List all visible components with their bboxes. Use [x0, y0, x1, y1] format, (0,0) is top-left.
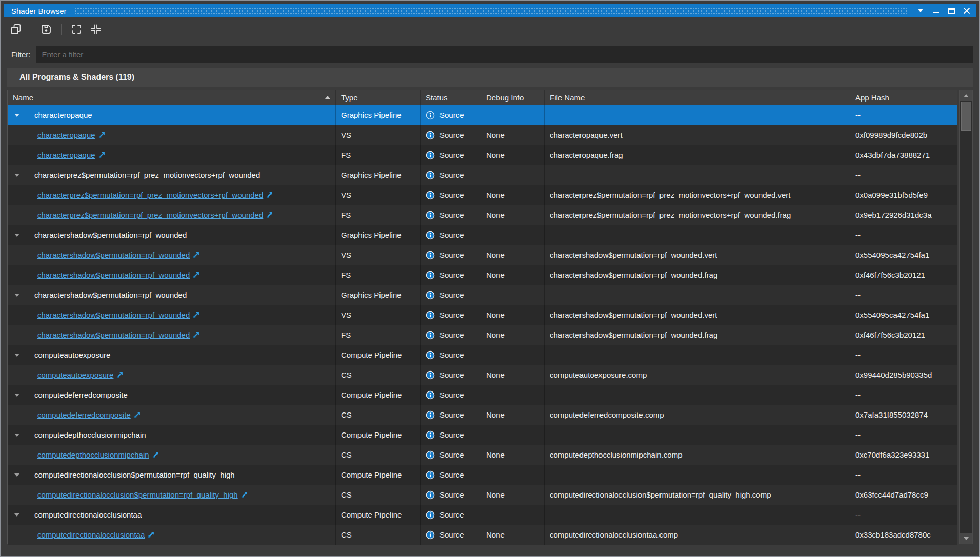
info-icon[interactable] [426, 211, 435, 220]
scroll-down-button[interactable] [960, 533, 972, 544]
external-link-icon[interactable] [152, 451, 159, 458]
table-row-shader[interactable]: characterprez$permutation=rpf_prez_motio… [8, 185, 957, 205]
table-row-shader[interactable]: computeautoexposure CS Source None compu… [8, 365, 957, 385]
filter-input[interactable] [36, 46, 973, 63]
external-link-icon[interactable] [193, 272, 199, 278]
info-icon[interactable] [426, 410, 435, 420]
scroll-up-button[interactable] [960, 90, 972, 101]
shader-link[interactable]: characteropaque [37, 131, 95, 139]
external-link-icon[interactable] [266, 212, 273, 218]
external-link-icon[interactable] [241, 491, 248, 498]
maximize-button[interactable] [946, 6, 956, 16]
info-icon[interactable] [426, 131, 435, 140]
column-header-debug-info[interactable]: Debug Info [481, 90, 545, 105]
table-row-shader[interactable]: computedirectionalocclusiontaa CS Source… [8, 525, 957, 545]
table-row-shader[interactable]: characteropaque FS Source None character… [8, 145, 957, 165]
table-row-shader[interactable]: charactershadow$permutation=rpf_wounded … [8, 325, 957, 345]
info-icon[interactable] [426, 430, 435, 440]
table-row-program[interactable]: computedirectionalocclusiontaa Compute P… [8, 505, 957, 525]
external-link-icon[interactable] [134, 411, 141, 418]
scrollbar-track[interactable] [960, 101, 972, 533]
close-button[interactable] [962, 6, 972, 16]
expander-toggle[interactable] [8, 165, 26, 185]
expander-toggle[interactable] [8, 225, 26, 245]
info-icon[interactable] [426, 271, 435, 280]
info-icon[interactable] [426, 390, 435, 400]
titlebar[interactable]: Shader Browser [4, 4, 976, 17]
shader-link[interactable]: charactershadow$permutation=rpf_wounded [37, 251, 190, 259]
external-link-icon[interactable] [116, 372, 123, 378]
expander-toggle[interactable] [8, 505, 26, 525]
shader-link[interactable]: characterprez$permutation=rpf_prez_motio… [37, 191, 263, 199]
external-link-icon[interactable] [98, 132, 105, 138]
external-link-icon[interactable] [148, 531, 154, 538]
info-icon[interactable] [426, 331, 435, 340]
window-menu-button[interactable] [915, 6, 926, 16]
external-link-icon[interactable] [266, 192, 273, 198]
shader-link[interactable]: characteropaque [37, 151, 95, 159]
table-row-shader[interactable]: charactershadow$permutation=rpf_wounded … [8, 265, 957, 285]
collapse-all-button[interactable] [88, 22, 104, 37]
info-icon[interactable] [426, 470, 435, 480]
table-row-program[interactable]: charactershadow$permutation=rpf_wounded … [8, 285, 957, 305]
column-header-name[interactable]: Name [8, 90, 336, 105]
info-icon[interactable] [426, 370, 435, 380]
column-header-status[interactable]: Status [421, 90, 481, 105]
shader-link[interactable]: computedirectionalocclusion$permutation=… [37, 490, 238, 499]
titlebar-drag-texture-icon[interactable] [74, 7, 908, 15]
shader-link[interactable]: charactershadow$permutation=rpf_wounded [37, 271, 190, 279]
table-row-shader[interactable]: computedepthocclusionmipchain CS Source … [8, 445, 957, 465]
expander-toggle[interactable] [8, 345, 26, 365]
info-icon[interactable] [426, 111, 435, 120]
vertical-scrollbar[interactable] [959, 90, 973, 544]
shader-link[interactable]: charactershadow$permutation=rpf_wounded [37, 331, 190, 339]
shader-link[interactable]: computedirectionalocclusiontaa [37, 530, 145, 539]
expand-all-button[interactable] [69, 22, 84, 37]
shader-link[interactable]: characterprez$permutation=rpf_prez_motio… [37, 211, 263, 219]
shader-link[interactable]: computedepthocclusionmipchain [37, 450, 149, 459]
info-icon[interactable] [426, 291, 435, 300]
table-row-program[interactable]: computedepthocclusionmipchain Compute Pi… [8, 425, 957, 445]
expander-toggle[interactable] [8, 425, 26, 445]
table-row-shader[interactable]: computedeferredcomposite CS Source None … [8, 405, 957, 425]
shader-link[interactable]: computeautoexposure [37, 370, 113, 379]
info-icon[interactable] [426, 450, 435, 460]
info-icon[interactable] [426, 530, 435, 540]
table-row-program[interactable]: computedeferredcomposite Compute Pipelin… [8, 385, 957, 405]
info-icon[interactable] [426, 350, 435, 360]
info-icon[interactable] [426, 151, 435, 160]
info-icon[interactable] [426, 191, 435, 200]
expander-toggle[interactable] [8, 285, 26, 305]
external-link-icon[interactable] [193, 312, 199, 318]
info-icon[interactable] [426, 510, 435, 520]
table-row-program[interactable]: characterprez$permutation=rpf_prez_motio… [8, 165, 957, 185]
external-link-icon[interactable] [193, 252, 199, 258]
minimize-button[interactable] [931, 6, 941, 16]
column-header-file-name[interactable]: File Name [545, 90, 850, 105]
shader-link[interactable]: computedeferredcomposite [37, 410, 131, 419]
column-header-type[interactable]: Type [336, 90, 421, 105]
table-row-shader[interactable]: charactershadow$permutation=rpf_wounded … [8, 245, 957, 265]
copy-button[interactable] [8, 22, 24, 37]
info-icon[interactable] [426, 311, 435, 320]
table-row-shader[interactable]: characterprez$permutation=rpf_prez_motio… [8, 205, 957, 225]
table-row-program[interactable]: charactershadow$permutation=rpf_wounded … [8, 225, 957, 245]
info-icon[interactable] [426, 490, 435, 500]
table-row-shader[interactable]: computedirectionalocclusion$permutation=… [8, 485, 957, 505]
expander-toggle[interactable] [8, 465, 26, 485]
shader-link[interactable]: charactershadow$permutation=rpf_wounded [37, 311, 190, 319]
table-row-shader[interactable]: characteropaque VS Source None character… [8, 125, 957, 145]
table-row-program[interactable]: computedirectionalocclusion$permutation=… [8, 465, 957, 485]
table-row-program[interactable]: characteropaque Graphics Pipeline Source… [8, 105, 957, 125]
expander-toggle[interactable] [8, 385, 26, 405]
external-link-icon[interactable] [98, 152, 105, 158]
table-row-shader[interactable]: charactershadow$permutation=rpf_wounded … [8, 305, 957, 325]
save-button[interactable] [38, 22, 54, 37]
scrollbar-thumb[interactable] [961, 102, 971, 131]
info-icon[interactable] [426, 231, 435, 240]
info-icon[interactable] [426, 251, 435, 260]
expander-toggle[interactable] [8, 105, 26, 125]
external-link-icon[interactable] [193, 332, 199, 338]
column-header-app-hash[interactable]: App Hash [850, 90, 957, 105]
table-row-program[interactable]: computeautoexposure Compute Pipeline Sou… [8, 345, 957, 365]
